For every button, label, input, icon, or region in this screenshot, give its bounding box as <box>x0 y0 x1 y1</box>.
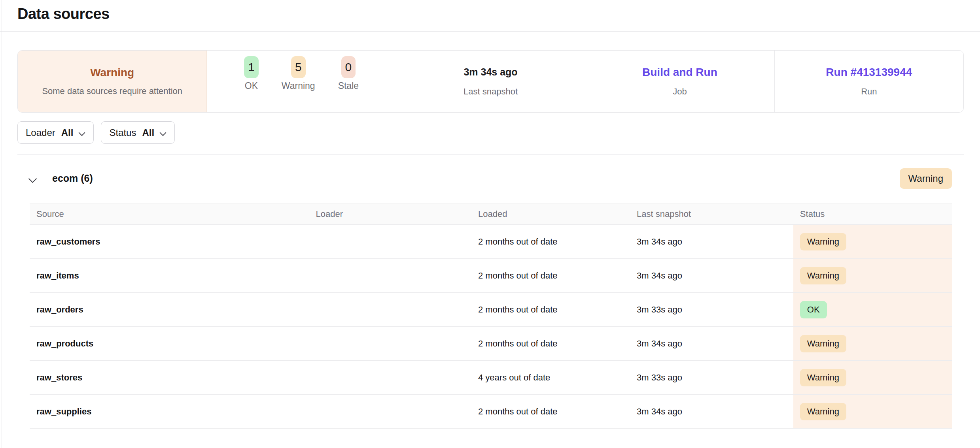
table-row[interactable]: raw_stores 4 years out of date 3m 33s ag… <box>30 361 952 395</box>
run-label: Run <box>861 87 877 97</box>
last-snapshot-cell: 3m 34s ago Last snapshot <box>396 51 585 112</box>
chevron-down-icon <box>79 128 85 135</box>
status-badge: Warning <box>800 267 846 284</box>
job-cell: Build and Run Job <box>585 51 774 112</box>
last-snapshot-value: 3m 34s ago <box>464 66 517 78</box>
status-count-value: 5 <box>291 56 306 78</box>
cell-source: raw_items <box>30 259 309 293</box>
cell-loader <box>309 259 471 293</box>
overall-status-subtitle: Some data sources require attention <box>42 86 182 96</box>
cell-last-snapshot: 3m 34s ago <box>630 395 793 429</box>
column-header-source: Source <box>30 203 309 225</box>
job-label: Job <box>673 87 687 97</box>
sources-table: SourceLoaderLoadedLast snapshotStatus ra… <box>30 203 952 429</box>
cell-source: raw_stores <box>30 361 309 395</box>
filter-label: Loader <box>26 127 55 138</box>
cell-source: raw_customers <box>30 225 309 259</box>
cell-status: Warning <box>793 327 952 361</box>
status-count: 1 OK <box>244 56 259 91</box>
filter-value: All <box>142 127 154 138</box>
table-row[interactable]: raw_items 2 months out of date 3m 34s ag… <box>30 259 952 293</box>
group-header: ecom (6) Warning <box>17 167 964 190</box>
run-link[interactable]: Run #413139944 <box>826 66 912 79</box>
cell-loaded: 2 months out of date <box>471 259 630 293</box>
status-badge: Warning <box>800 369 846 386</box>
sidebar-edge-divider <box>2 0 2 448</box>
cell-status: Warning <box>793 395 952 429</box>
cell-loader <box>309 361 471 395</box>
cell-loaded: 4 years out of date <box>471 361 630 395</box>
cell-loaded: 2 months out of date <box>471 327 630 361</box>
cell-status: Warning <box>793 361 952 395</box>
cell-loaded: 2 months out of date <box>471 293 630 327</box>
filter-dropdown-status[interactable]: Status All <box>101 121 175 144</box>
chevron-down-icon <box>160 128 166 135</box>
column-header-loaded: Loaded <box>471 203 630 225</box>
cell-status: OK <box>793 293 952 327</box>
cell-loader <box>309 225 471 259</box>
status-count: 5 Warning <box>282 56 315 91</box>
chevron-down-icon[interactable] <box>28 174 37 183</box>
cell-last-snapshot: 3m 33s ago <box>630 361 793 395</box>
group-name: ecom (6) <box>52 173 93 184</box>
status-count-label: Stale <box>338 81 359 91</box>
cell-loader <box>309 327 471 361</box>
status-badge: OK <box>800 301 827 318</box>
section-divider <box>17 154 964 155</box>
group-collapse-toggle[interactable]: ecom (6) <box>17 173 93 184</box>
status-badge: Warning <box>800 335 846 352</box>
overall-status-title: Warning <box>90 66 134 79</box>
column-header-loader: Loader <box>309 203 471 225</box>
column-header-status: Status <box>793 203 952 225</box>
summary-card: Warning Some data sources require attent… <box>17 50 964 113</box>
status-count-label: OK <box>245 81 258 91</box>
status-count-label: Warning <box>282 81 315 91</box>
status-counts-cell: 1 OK 5 Warning 0 Stale <box>207 51 396 112</box>
last-snapshot-label: Last snapshot <box>464 87 518 97</box>
cell-loader <box>309 395 471 429</box>
cell-last-snapshot: 3m 34s ago <box>630 327 793 361</box>
cell-loaded: 2 months out of date <box>471 225 630 259</box>
status-count-value: 1 <box>244 56 259 78</box>
status-count: 0 Stale <box>338 56 359 91</box>
status-badge: Warning <box>800 403 846 420</box>
cell-status: Warning <box>793 259 952 293</box>
cell-source: raw_supplies <box>30 395 309 429</box>
cell-status: Warning <box>793 225 952 259</box>
cell-last-snapshot: 3m 34s ago <box>630 259 793 293</box>
table-header-row: SourceLoaderLoadedLast snapshotStatus <box>30 203 952 225</box>
job-link[interactable]: Build and Run <box>642 66 717 79</box>
table-row[interactable]: raw_supplies 2 months out of date 3m 34s… <box>30 395 952 429</box>
filter-dropdown-loader[interactable]: Loader All <box>17 121 94 144</box>
status-badge: Warning <box>800 233 846 250</box>
table-row[interactable]: raw_orders 2 months out of date 3m 33s a… <box>30 293 952 327</box>
cell-loader <box>309 293 471 327</box>
cell-last-snapshot: 3m 34s ago <box>630 225 793 259</box>
cell-loaded: 2 months out of date <box>471 395 630 429</box>
column-header-last-snapshot: Last snapshot <box>630 203 793 225</box>
cell-source: raw_products <box>30 327 309 361</box>
filter-value: All <box>61 127 74 138</box>
run-cell: Run #413139944 Run <box>775 51 963 112</box>
filter-label: Status <box>109 127 136 138</box>
cell-source: raw_orders <box>30 293 309 327</box>
page-title: Data sources <box>17 6 963 23</box>
table-row[interactable]: raw_products 2 months out of date 3m 34s… <box>30 327 952 361</box>
filters-bar: Loader All Status All <box>17 121 964 144</box>
page-header: Data sources <box>0 0 980 32</box>
overall-status-cell: Warning Some data sources require attent… <box>18 51 207 112</box>
cell-last-snapshot: 3m 33s ago <box>630 293 793 327</box>
status-count-value: 0 <box>341 56 356 78</box>
main-content: Warning Some data sources require attent… <box>0 50 980 429</box>
table-row[interactable]: raw_customers 2 months out of date 3m 34… <box>30 225 952 259</box>
sources-table-wrap: SourceLoaderLoadedLast snapshotStatus ra… <box>30 203 952 429</box>
group-status-badge: Warning <box>900 168 952 189</box>
